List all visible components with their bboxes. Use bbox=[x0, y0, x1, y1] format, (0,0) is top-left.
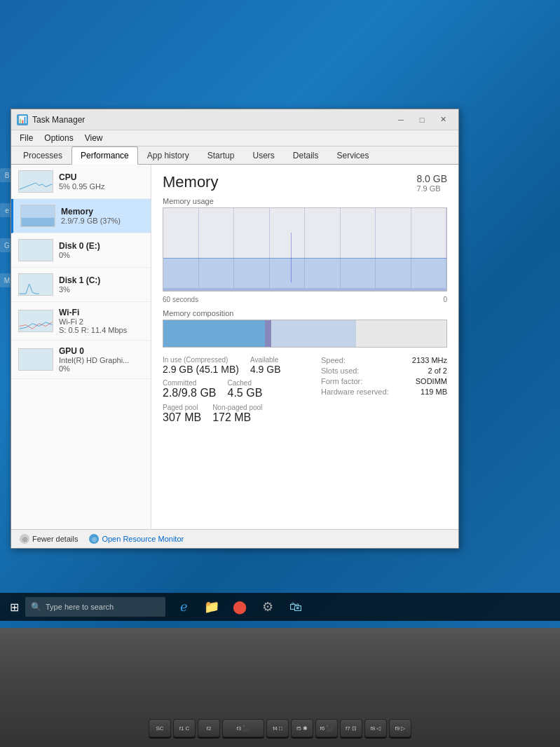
gpu-detail2: 0% bbox=[59, 364, 144, 373]
total-value: 8.0 GB bbox=[416, 173, 447, 184]
tab-performance[interactable]: Performance bbox=[71, 146, 138, 165]
edge-app[interactable]: ℯ bbox=[171, 594, 196, 619]
sidebar-item-disk0[interactable]: Disk 0 (E:) 0% bbox=[11, 233, 151, 268]
speed-value: 2133 MHz bbox=[412, 356, 447, 364]
key-f5[interactable]: f5 ✱ bbox=[291, 719, 313, 737]
start-button[interactable]: ⊞ bbox=[3, 596, 25, 618]
svg-rect-3 bbox=[20, 240, 53, 261]
key-f8[interactable]: f8 ◁ bbox=[364, 719, 387, 737]
speed-row: Speed: 2133 MHz bbox=[321, 356, 447, 364]
sidebar-item-wifi[interactable]: Wi-Fi Wi-Fi 2 S: 0.5 R: 11.4 Mbps bbox=[11, 302, 151, 341]
explorer-app[interactable]: 📁 bbox=[199, 594, 224, 619]
stat-non-paged-pool: Non-paged pool 172 MB bbox=[212, 404, 262, 424]
svg-rect-4 bbox=[20, 274, 53, 295]
fewer-details-button[interactable]: ◎ Fewer details bbox=[20, 534, 78, 544]
stat-available: Available 4.9 GB bbox=[250, 356, 281, 375]
svg-rect-2 bbox=[22, 218, 55, 226]
open-resource-monitor-button[interactable]: ◎ Open Resource Monitor bbox=[89, 534, 184, 544]
tab-details[interactable]: Details bbox=[284, 146, 328, 165]
sidebar-item-disk1[interactable]: Disk 1 (C:) 3% bbox=[11, 268, 151, 302]
menu-options[interactable]: Options bbox=[39, 132, 78, 144]
chart-cursor bbox=[291, 233, 292, 282]
settings-app[interactable]: ⚙ bbox=[255, 594, 280, 619]
non-paged-pool-label: Non-paged pool bbox=[212, 404, 262, 411]
total-info: 8.0 GB 7.9 GB bbox=[416, 173, 447, 193]
chart-used-area bbox=[163, 258, 446, 291]
key-f4[interactable]: f4 □ bbox=[266, 719, 289, 737]
slots-value: 2 of 2 bbox=[428, 366, 447, 375]
resource-monitor-label: Open Resource Monitor bbox=[102, 535, 184, 543]
task-manager-window: 📊 Task Manager ─ □ ✕ File Options View P… bbox=[11, 109, 459, 549]
chart-bottom-labels: 60 seconds 0 bbox=[163, 296, 447, 303]
content-area: CPU 5% 0.95 GHz Memory 2.9/7.9 GB (37%) bbox=[11, 165, 458, 529]
comp-free bbox=[356, 320, 446, 347]
cpu-info: CPU 5% 0.95 GHz bbox=[59, 172, 144, 191]
committed-value: 2.8/9.8 GB bbox=[163, 387, 217, 399]
maximize-button[interactable]: □ bbox=[412, 111, 432, 128]
form-row: Form factor: SODIMM bbox=[321, 377, 447, 385]
non-paged-pool-value: 172 MB bbox=[212, 411, 262, 424]
taskbar-apps: ℯ 📁 ⬤ ⚙ 🛍 bbox=[171, 594, 308, 619]
available-value: 4.9 GB bbox=[250, 364, 281, 375]
taskbar-search-box[interactable]: 🔍 Type here to search bbox=[25, 597, 165, 617]
chrome-app[interactable]: ⬤ bbox=[227, 594, 252, 619]
svg-rect-0 bbox=[20, 171, 53, 192]
disk1-detail: 3% bbox=[59, 285, 144, 294]
svg-rect-6 bbox=[20, 349, 53, 370]
tab-users[interactable]: Users bbox=[243, 146, 283, 165]
stats-row-2: Committed 2.8/9.8 GB Cached 4.5 GB bbox=[163, 379, 304, 399]
memory-detail: 2.9/7.9 GB (37%) bbox=[61, 217, 144, 225]
cpu-label: CPU bbox=[59, 172, 144, 182]
sidebar: CPU 5% 0.95 GHz Memory 2.9/7.9 GB (37%) bbox=[11, 165, 151, 529]
paged-pool-label: Paged pool bbox=[163, 404, 201, 411]
close-button[interactable]: ✕ bbox=[433, 111, 453, 128]
slots-label: Slots used: bbox=[321, 366, 359, 375]
menu-view[interactable]: View bbox=[79, 132, 109, 144]
stats-section: In use (Compressed) 2.9 GB (45.1 MB) Ava… bbox=[163, 356, 447, 424]
stat-committed: Committed 2.8/9.8 GB bbox=[163, 379, 217, 399]
gpu-thumbnail bbox=[18, 348, 53, 371]
speed-label: Speed: bbox=[321, 356, 346, 364]
hw-reserved-value: 119 MB bbox=[421, 388, 447, 396]
app-icon: 📊 bbox=[17, 114, 28, 125]
stats-left: In use (Compressed) 2.9 GB (45.1 MB) Ava… bbox=[163, 356, 304, 424]
key-sc[interactable]: SC bbox=[149, 719, 171, 737]
menubar: File Options View bbox=[11, 130, 458, 146]
stats-right: Speed: 2133 MHz Slots used: 2 of 2 Form … bbox=[321, 356, 447, 424]
hw-reserved-row: Hardware reserved: 119 MB bbox=[321, 388, 447, 396]
key-f3[interactable]: f3 ⬛ bbox=[222, 719, 264, 737]
fewer-details-icon: ◎ bbox=[20, 534, 29, 544]
minimize-button[interactable]: ─ bbox=[391, 111, 411, 128]
tab-services[interactable]: Services bbox=[328, 146, 378, 165]
tab-app-history[interactable]: App history bbox=[138, 146, 198, 165]
sidebar-item-gpu[interactable]: GPU 0 Intel(R) HD Graphi... 0% bbox=[11, 341, 151, 379]
stat-paged-pool: Paged pool 307 MB bbox=[163, 404, 201, 424]
disk1-thumbnail bbox=[18, 273, 53, 296]
sidebar-item-cpu[interactable]: CPU 5% 0.95 GHz bbox=[11, 165, 151, 199]
menu-file[interactable]: File bbox=[14, 132, 39, 144]
cpu-thumbnail bbox=[18, 170, 53, 193]
key-f9[interactable]: f9 ▷ bbox=[389, 719, 411, 737]
key-f2[interactable]: f2 bbox=[198, 719, 220, 737]
sidebar-item-memory[interactable]: Memory 2.9/7.9 GB (37%) bbox=[11, 199, 151, 233]
stat-in-use: In use (Compressed) 2.9 GB (45.1 MB) bbox=[163, 356, 239, 375]
disk0-info: Disk 0 (E:) 0% bbox=[59, 241, 144, 259]
available-label: Available bbox=[250, 356, 281, 364]
window-controls: ─ □ ✕ bbox=[391, 111, 453, 128]
key-f6[interactable]: f6 ⬛ bbox=[315, 719, 338, 737]
main-panel: Memory 8.0 GB 7.9 GB Memory usage bbox=[151, 165, 458, 529]
in-use-label: In use (Compressed) bbox=[163, 356, 239, 364]
cpu-detail: 5% 0.95 GHz bbox=[59, 182, 144, 191]
disk0-detail: 0% bbox=[59, 251, 144, 259]
store-app[interactable]: 🛍 bbox=[283, 594, 308, 619]
tab-processes[interactable]: Processes bbox=[14, 146, 71, 165]
resource-monitor-icon: ◎ bbox=[89, 534, 99, 544]
key-f1[interactable]: f1 C bbox=[173, 719, 196, 737]
panel-title: Memory bbox=[163, 173, 218, 191]
tab-startup[interactable]: Startup bbox=[198, 146, 244, 165]
key-f7[interactable]: f7 ⊡ bbox=[340, 719, 362, 737]
tabs: Processes Performance App history Startu… bbox=[11, 146, 458, 165]
in-use-value: 2.9 GB (45.1 MB) bbox=[163, 364, 239, 375]
window-title: Task Manager bbox=[32, 115, 391, 125]
gpu-detail1: Intel(R) HD Graphi... bbox=[59, 356, 144, 364]
